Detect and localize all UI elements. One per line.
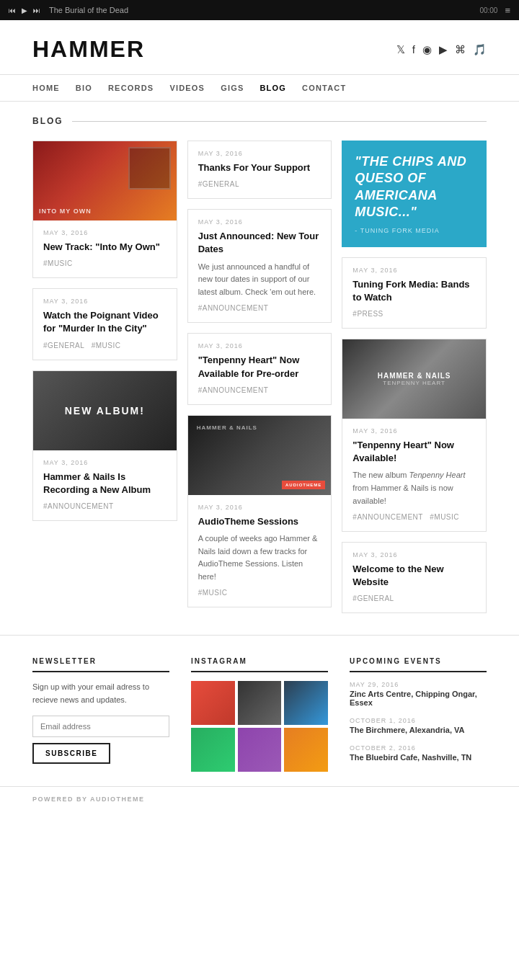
event-date: OCTOBER 1, 2016 bbox=[350, 717, 487, 724]
youtube-icon[interactable]: ▶ bbox=[439, 43, 448, 56]
post-date: MAY 3, 2016 bbox=[352, 427, 476, 435]
site-header: HAMMER 𝕏 f ◉ ▶ ⌘ 🎵 bbox=[0, 20, 519, 75]
post-date: MAY 3, 2016 bbox=[198, 504, 321, 511]
post-tenpenny-preorder[interactable]: MAY 3, 2016 "Tenpenny Heart" Now Availab… bbox=[187, 333, 332, 404]
nav-gigs[interactable]: GIGS bbox=[221, 84, 244, 92]
instagram-thumb-4[interactable] bbox=[191, 728, 235, 772]
post-tag: #ANNOUNCEMENT bbox=[198, 386, 269, 394]
next-button[interactable]: ⏭ bbox=[33, 6, 40, 14]
blog-col-3: "THE CHIPS AND QUESO OF AMERICANA MUSIC.… bbox=[342, 141, 487, 613]
post-date: MAY 3, 2016 bbox=[43, 298, 167, 305]
subscribe-button[interactable]: SUBSCRIBE bbox=[32, 743, 110, 764]
post-tuning-fork-quote[interactable]: "THE CHIPS AND QUESO OF AMERICANA MUSIC.… bbox=[342, 141, 487, 247]
blog-grid: INTO MY OWN MAY 3, 2016 New Track: "Into… bbox=[32, 141, 487, 613]
play-button[interactable]: ▶ bbox=[22, 6, 27, 14]
post-tags: #MUSIC bbox=[198, 589, 321, 597]
post-title: AudioTheme Sessions bbox=[198, 515, 321, 528]
instagram-thumb-2[interactable] bbox=[238, 681, 282, 725]
playlist-icon[interactable]: ≡ bbox=[505, 5, 510, 16]
newsletter-title: NEWSLETTER bbox=[32, 657, 169, 672]
twitter-icon[interactable]: 𝕏 bbox=[396, 43, 405, 56]
post-thanks[interactable]: MAY 3, 2016 Thanks For Your Support #GEN… bbox=[187, 141, 332, 199]
post-date: MAY 3, 2016 bbox=[198, 218, 321, 226]
instagram-thumb-3[interactable] bbox=[284, 681, 328, 725]
newsletter-text: Sign up with your email adress to reciev… bbox=[32, 681, 169, 706]
event-item-1: MAY 29, 2016 Zinc Arts Centre, Chipping … bbox=[350, 681, 487, 707]
nav-videos[interactable]: VIDEOS bbox=[169, 84, 205, 92]
post-title: Watch the Poignant Video for "Murder In … bbox=[43, 309, 167, 335]
nav-bio[interactable]: BIO bbox=[76, 84, 92, 92]
events-title: UPCOMING EVENTS bbox=[350, 657, 487, 672]
powered-by: POWERED BY AUDIOTHEME bbox=[0, 786, 519, 811]
apple-icon[interactable]: ⌘ bbox=[455, 43, 466, 56]
post-date: MAY 3, 2016 bbox=[352, 267, 476, 274]
post-welcome[interactable]: MAY 3, 2016 Welcome to the New Website #… bbox=[342, 542, 487, 613]
player-time: 00:00 bbox=[479, 6, 497, 14]
post-tag: #PRESS bbox=[352, 310, 383, 318]
event-venue: The Birchmere, Alexandria, VA bbox=[350, 726, 487, 734]
post-title: Thanks For Your Support bbox=[198, 161, 321, 174]
main-nav: HOME BIO RECORDS VIDEOS GIGS BLOG CONTAC… bbox=[0, 75, 519, 102]
post-tag: #MUSIC bbox=[43, 259, 73, 267]
prev-button[interactable]: ⏮ bbox=[9, 6, 16, 14]
site-title[interactable]: HAMMER bbox=[32, 36, 145, 63]
social-icons: 𝕏 f ◉ ▶ ⌘ 🎵 bbox=[396, 43, 487, 56]
post-title: "Tenpenny Heart" Now Available! bbox=[352, 439, 476, 465]
post-murder-video[interactable]: MAY 3, 2016 Watch the Poignant Video for… bbox=[32, 288, 177, 360]
post-tag: #MUSIC bbox=[92, 342, 121, 349]
post-date: MAY 3, 2016 bbox=[198, 150, 321, 157]
events-section: UPCOMING EVENTS MAY 29, 2016 Zinc Arts C… bbox=[350, 657, 487, 772]
nav-records[interactable]: RECORDS bbox=[108, 84, 154, 92]
player-bar: ⏮ ▶ ⏭ The Burial of the Dead 00:00 ≡ bbox=[0, 0, 519, 20]
track-title: The Burial of the Dead bbox=[49, 6, 479, 14]
quote-text: "THE CHIPS AND QUESO OF AMERICANA MUSIC.… bbox=[355, 153, 474, 221]
instagram-icon[interactable]: ◉ bbox=[422, 43, 432, 56]
post-title: Tuning Fork Media: Bands to Watch bbox=[352, 278, 476, 304]
post-title: New Track: "Into My Own" bbox=[43, 241, 167, 254]
post-excerpt: We just announced a handful of new tour … bbox=[198, 261, 321, 299]
instagram-grid bbox=[191, 681, 328, 771]
post-new-album[interactable]: NEW ALBUM! MAY 3, 2016 Hammer & Nails Is… bbox=[32, 370, 177, 521]
post-tags: #GENERAL bbox=[198, 180, 321, 188]
main-content: BLOG INTO MY OWN MAY 3, 2016 New Track: … bbox=[0, 102, 519, 635]
post-title: Welcome to the New Website bbox=[352, 563, 476, 589]
event-item-3: OCTOBER 2, 2016 The Bluebird Cafe, Nashv… bbox=[350, 744, 487, 762]
post-date: MAY 3, 2016 bbox=[352, 551, 476, 558]
instagram-thumb-1[interactable] bbox=[191, 681, 235, 725]
instagram-thumb-6[interactable] bbox=[284, 728, 328, 772]
player-controls: ⏮ ▶ ⏭ bbox=[9, 6, 40, 14]
site-footer: NEWSLETTER Sign up with your email adres… bbox=[0, 635, 519, 786]
post-date: MAY 3, 2016 bbox=[198, 342, 321, 349]
post-tenpenny-available[interactable]: HAMMER & NAILS TENPENNY HEART MAY 3, 201… bbox=[342, 339, 487, 532]
post-tags: #ANNOUNCEMENT bbox=[198, 386, 321, 394]
post-title: Hammer & Nails Is Recording a New Album bbox=[43, 471, 167, 496]
post-tags: #ANNOUNCEMENT bbox=[198, 304, 321, 312]
blog-col-1: INTO MY OWN MAY 3, 2016 New Track: "Into… bbox=[32, 141, 177, 521]
instagram-section: INSTAGRAM bbox=[191, 657, 328, 772]
post-tuning-fork[interactable]: MAY 3, 2016 Tuning Fork Media: Bands to … bbox=[342, 257, 487, 329]
nav-contact[interactable]: CONTACT bbox=[302, 84, 346, 92]
post-tag: #ANNOUNCEMENT bbox=[198, 304, 269, 312]
post-tag: #MUSIC bbox=[430, 513, 459, 521]
nav-blog[interactable]: BLOG bbox=[260, 84, 286, 92]
spotify-icon[interactable]: 🎵 bbox=[473, 43, 487, 56]
post-new-track[interactable]: INTO MY OWN MAY 3, 2016 New Track: "Into… bbox=[32, 141, 177, 278]
post-date: MAY 3, 2016 bbox=[43, 229, 167, 236]
email-input[interactable] bbox=[32, 716, 169, 737]
post-tag: #GENERAL bbox=[198, 180, 239, 188]
post-excerpt: A couple of weeks ago Hammer & Nails lai… bbox=[198, 533, 321, 583]
post-excerpt: The new album Tenpenny Heart from Hammer… bbox=[352, 469, 476, 507]
post-audiotheme[interactable]: AUDIOTHEME MAY 3, 2016 AudioTheme Sessio… bbox=[187, 415, 332, 608]
instagram-thumb-5[interactable] bbox=[238, 728, 282, 772]
post-tags: #GENERAL #MUSIC bbox=[43, 342, 167, 349]
post-tour-dates[interactable]: MAY 3, 2016 Just Announced: New Tour Dat… bbox=[187, 209, 332, 323]
nav-home[interactable]: HOME bbox=[32, 84, 60, 92]
event-venue: Zinc Arts Centre, Chipping Ongar, Essex bbox=[350, 690, 487, 707]
instagram-title: INSTAGRAM bbox=[191, 657, 328, 672]
event-venue: The Bluebird Cafe, Nashville, TN bbox=[350, 753, 487, 762]
post-title: "Tenpenny Heart" Now Available for Pre-o… bbox=[198, 354, 321, 380]
post-tags: #GENERAL bbox=[352, 594, 476, 602]
post-tags: #ANNOUNCEMENT #MUSIC bbox=[352, 513, 476, 521]
facebook-icon[interactable]: f bbox=[412, 43, 415, 55]
event-date: OCTOBER 2, 2016 bbox=[350, 744, 487, 752]
